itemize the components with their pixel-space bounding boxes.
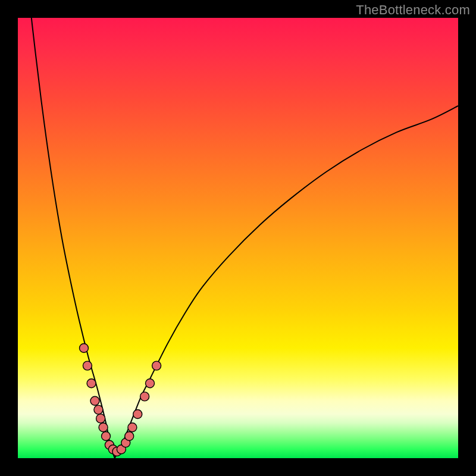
scatter-dot xyxy=(102,432,111,441)
watermark-text: TheBottleneck.com xyxy=(356,2,470,18)
scatter-dot xyxy=(152,361,161,370)
curve-left-branch xyxy=(18,18,115,458)
chart-frame: TheBottleneck.com xyxy=(0,0,476,476)
scatter-dot xyxy=(94,405,103,414)
scatter-dot xyxy=(96,414,105,423)
curve-right-branch xyxy=(115,106,458,458)
chart-overlay xyxy=(18,18,458,458)
scatter-dot xyxy=(87,379,96,388)
scatter-dot xyxy=(133,410,142,419)
scatter-dot xyxy=(83,361,92,370)
scatter-dot xyxy=(90,396,99,405)
scatter-dot xyxy=(140,392,149,401)
scatter-dot xyxy=(99,423,108,432)
scatter-dot xyxy=(80,344,89,353)
scatter-dot xyxy=(146,379,155,388)
plot-area xyxy=(18,18,458,458)
scatter-dot xyxy=(128,423,137,432)
scatter-dot xyxy=(125,432,134,441)
scatter-dots xyxy=(80,344,161,456)
